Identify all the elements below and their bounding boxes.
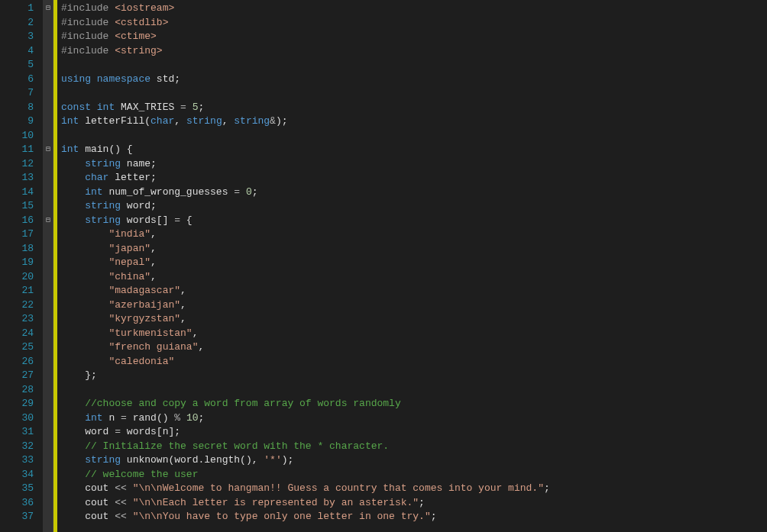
token-kw: using	[61, 73, 97, 85]
fold-toggle	[44, 157, 53, 172]
token-op: <<	[115, 511, 132, 522]
fold-toggle	[44, 425, 53, 440]
code-line[interactable]: const int MAX_TRIES = 5;	[61, 101, 767, 115]
line-number: 31	[0, 425, 43, 440]
code-line[interactable]: #include <cstdlib>	[61, 16, 767, 31]
code-line[interactable]: };	[61, 369, 767, 383]
token-punct: ;	[199, 412, 205, 424]
code-line[interactable]: string unknown(word.length(), '*');	[61, 453, 767, 468]
code-line[interactable]	[61, 383, 767, 398]
fold-toggle[interactable]: ⊟	[44, 2, 53, 16]
token-op: =	[115, 426, 127, 437]
line-number: 8	[0, 101, 43, 115]
line-number: 15	[0, 199, 43, 214]
token-punct: ,	[180, 313, 186, 324]
token-kw: int	[61, 143, 85, 155]
fold-toggle[interactable]: ⊟	[44, 143, 53, 157]
line-number: 16	[0, 214, 43, 228]
fold-toggle	[44, 101, 53, 115]
token-kw: int	[97, 102, 121, 113]
code-line[interactable]: "azerbaijan",	[61, 298, 767, 313]
line-number: 23	[0, 312, 43, 327]
code-line[interactable]: char letter;	[61, 171, 767, 185]
line-number: 18	[0, 242, 43, 256]
token-preproc: #include	[61, 31, 115, 42]
token-punct: ,	[174, 115, 186, 127]
code-line[interactable]: int n = rand() % 10;	[61, 411, 767, 426]
fold-toggle	[44, 510, 53, 524]
code-line[interactable]: int num_of_wrong_guesses = 0;	[61, 185, 767, 200]
token-punct: (),	[240, 454, 264, 466]
code-line[interactable]: "turkmenistan",	[61, 327, 767, 341]
token-punct: ,	[150, 243, 157, 254]
token-punct: ,	[150, 228, 157, 240]
line-number: 13	[0, 171, 43, 185]
line-number: 10	[0, 129, 43, 143]
code-line[interactable]: using namespace std;	[61, 73, 767, 87]
line-number: 5	[0, 58, 43, 73]
fold-toggle	[44, 30, 53, 44]
code-line[interactable]: "nepal",	[61, 256, 767, 270]
code-line[interactable]: string words[] = {	[61, 214, 767, 228]
code-line[interactable]: #include <string>	[61, 44, 767, 59]
token-preproc: #include	[61, 17, 115, 28]
code-line[interactable]: string word;	[61, 199, 767, 214]
fold-toggle	[44, 86, 53, 101]
fold-column[interactable]: ⊟⊟⊟	[43, 0, 53, 532]
fold-toggle	[44, 73, 53, 87]
token-punct: ;	[419, 497, 425, 508]
code-editor[interactable]: 1234567891011121314151617181920212223242…	[0, 0, 767, 532]
token-op: =	[174, 214, 186, 226]
token-punct: {	[186, 214, 193, 226]
fold-toggle[interactable]: ⊟	[44, 214, 53, 228]
fold-toggle	[44, 284, 53, 298]
token-ident: name	[127, 158, 150, 169]
code-line[interactable]: "india",	[61, 227, 767, 242]
line-number: 12	[0, 157, 43, 172]
code-line[interactable]: int main() {	[61, 143, 767, 157]
code-line[interactable]: #include <iostream>	[61, 2, 767, 16]
line-number: 26	[0, 355, 43, 369]
code-line[interactable]	[61, 129, 767, 143]
code-line[interactable]	[61, 58, 767, 73]
code-line[interactable]: "madagascar",	[61, 284, 767, 298]
line-number: 36	[0, 496, 43, 511]
token-ident: num_of_wrong_guesses	[108, 186, 234, 198]
token-ident: MAX_TRIES	[121, 102, 180, 113]
token-cmt: // welcome the user	[85, 469, 198, 480]
code-line[interactable]: //choose and copy a word from array of w…	[61, 397, 767, 411]
code-line[interactable]: // Initialize the secret word with the *…	[61, 440, 767, 454]
line-number: 37	[0, 510, 43, 524]
code-line[interactable]: #include <ctime>	[61, 30, 767, 44]
code-line[interactable]: // welcome the user	[61, 468, 767, 482]
code-line[interactable]: string name;	[61, 157, 767, 172]
code-line[interactable]: "kyrgyzstan",	[61, 312, 767, 327]
code-area[interactable]: #include <iostream>#include <cstdlib>#in…	[58, 0, 767, 532]
code-line[interactable]: word = words[n];	[61, 425, 767, 440]
code-line[interactable]: "china",	[61, 270, 767, 285]
token-str: '*'	[264, 454, 281, 466]
code-line[interactable]	[61, 86, 767, 101]
fold-toggle	[44, 468, 53, 482]
token-op: %	[174, 412, 186, 424]
token-str: "india"	[108, 228, 150, 240]
token-punct: ,	[193, 327, 199, 339]
fold-toggle	[44, 44, 53, 59]
code-line[interactable]: "french guiana",	[61, 340, 767, 355]
fold-toggle	[44, 114, 53, 129]
token-punct: ,	[150, 271, 157, 282]
code-line[interactable]: cout << "\n\nYou have to type only one l…	[61, 510, 767, 524]
token-str: "french guiana"	[108, 341, 198, 353]
code-line[interactable]: cout << "\n\nWelcome to hangman!! Guess …	[61, 482, 767, 496]
code-line[interactable]: "caledonia"	[61, 355, 767, 369]
line-number: 11	[0, 143, 43, 157]
code-line[interactable]: "japan",	[61, 242, 767, 256]
token-punct: (	[144, 115, 150, 127]
line-number: 32	[0, 440, 43, 454]
token-kw: string	[234, 115, 270, 127]
token-kw: char	[150, 115, 174, 127]
token-str: <string>	[115, 45, 162, 56]
code-line[interactable]: cout << "\n\nEach letter is represented …	[61, 496, 767, 511]
line-number: 27	[0, 369, 43, 383]
code-line[interactable]: int letterFill(char, string, string&);	[61, 114, 767, 129]
